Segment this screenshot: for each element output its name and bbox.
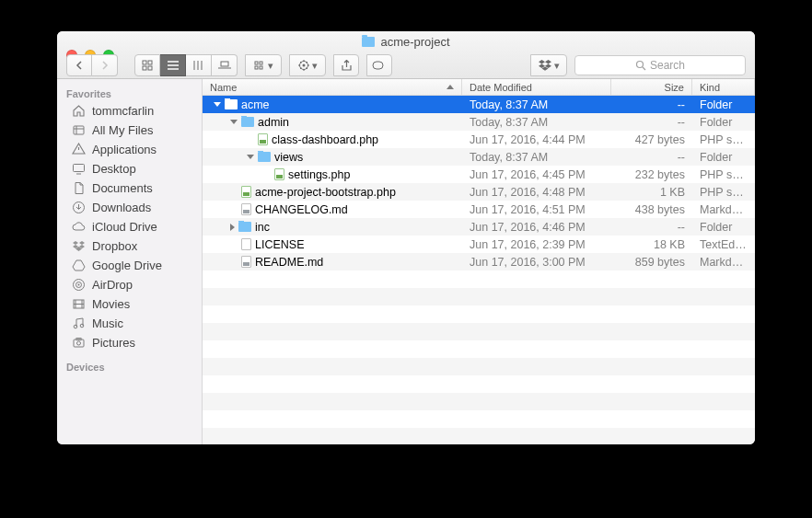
sidebar-item-desktop[interactable]: Desktop (57, 159, 202, 178)
file-date: Today, 8:37 AM (462, 151, 611, 164)
sidebar-item-label: tommcfarlin (92, 104, 154, 118)
file-kind: PHP sou… (692, 168, 755, 181)
file-date: Jun 17, 2016, 4:48 PM (462, 186, 611, 199)
disclosure-right-icon[interactable] (230, 224, 235, 231)
apps-icon (72, 143, 86, 156)
sort-ascending-icon (447, 85, 454, 89)
folder-icon (241, 117, 254, 127)
share-button[interactable] (333, 54, 359, 76)
column-date[interactable]: Date Modified (462, 79, 611, 95)
empty-row (203, 358, 755, 375)
file-date: Jun 17, 2016, 4:45 PM (462, 168, 611, 181)
sidebar-item-music[interactable]: Music (57, 314, 202, 333)
empty-row (203, 323, 755, 340)
dropbox-menu[interactable]: ▾ (530, 54, 567, 76)
file-row[interactable]: LICENSEJun 17, 2016, 2:39 PM18 KBTextEd… (203, 236, 755, 253)
sidebar-item-pictures[interactable]: Pictures (57, 333, 202, 352)
view-switcher (134, 54, 238, 76)
file-name: acme-project-bootstrap.php (255, 186, 396, 199)
file-size: 1 KB (611, 186, 692, 199)
dropbox-icon (72, 239, 86, 253)
svg-rect-7 (260, 62, 262, 64)
sidebar-item-label: Downloads (92, 201, 151, 214)
php-file-icon (241, 186, 251, 198)
music-icon (72, 317, 86, 330)
disclosure-down-icon[interactable] (214, 102, 221, 107)
folder-icon (238, 222, 251, 232)
svg-rect-11 (373, 62, 383, 69)
search-field[interactable]: Search (574, 55, 746, 75)
list-view-button[interactable] (160, 54, 186, 76)
nav-buttons (66, 54, 118, 76)
sidebar-item-all-my-files[interactable]: All My Files (57, 121, 202, 140)
empty-row (203, 428, 755, 444)
file-size: 18 KB (611, 238, 692, 251)
markdown-file-icon (241, 203, 251, 215)
docs-icon (72, 181, 86, 195)
file-row[interactable]: acmeToday, 8:37 AM--Folder (203, 96, 755, 113)
file-size: 438 bytes (611, 203, 692, 216)
file-row[interactable]: class-dashboard.phpJun 17, 2016, 4:44 PM… (203, 131, 755, 148)
empty-row (203, 305, 755, 323)
file-row[interactable]: acme-project-bootstrap.phpJun 17, 2016, … (203, 183, 755, 201)
file-row[interactable]: settings.phpJun 17, 2016, 4:45 PM232 byt… (203, 166, 755, 183)
arrange-menu[interactable]: ▾ (245, 54, 282, 76)
sidebar-item-tommcfarlin[interactable]: tommcfarlin (57, 101, 202, 121)
column-name[interactable]: Name (203, 79, 462, 95)
window-title-text: acme-project (380, 35, 449, 49)
sidebar-item-label: Google Drive (92, 259, 162, 272)
file-date: Today, 8:37 AM (462, 98, 611, 111)
sidebar-item-label: All My Files (92, 123, 153, 137)
sidebar-item-movies[interactable]: Movies (57, 294, 202, 314)
airdrop-icon (72, 278, 86, 292)
back-button[interactable] (66, 54, 92, 76)
coverflow-view-button[interactable] (212, 54, 238, 76)
empty-row (203, 340, 755, 358)
svg-rect-14 (74, 165, 85, 172)
file-date: Jun 17, 2016, 4:44 PM (462, 133, 611, 146)
column-size[interactable]: Size (611, 79, 692, 95)
file-name: admin (258, 116, 289, 129)
empty-row (203, 375, 755, 393)
svg-rect-6 (255, 66, 258, 69)
file-size: 427 bytes (611, 133, 692, 146)
gdrive-icon (72, 259, 86, 272)
sidebar-item-documents[interactable]: Documents (57, 178, 202, 198)
forward-button[interactable] (92, 54, 118, 76)
svg-rect-2 (143, 66, 146, 70)
sidebar-item-icloud-drive[interactable]: iCloud Drive (57, 217, 202, 236)
column-kind[interactable]: Kind (692, 79, 755, 95)
sidebar: Favorites tommcfarlinAll My FilesApplica… (57, 79, 203, 444)
file-name: acme (241, 98, 270, 111)
svg-rect-22 (74, 340, 84, 347)
tags-button[interactable] (366, 54, 392, 76)
pictures-icon (72, 336, 86, 350)
column-view-button[interactable] (186, 54, 212, 76)
file-name: views (274, 151, 303, 164)
file-row[interactable]: CHANGELOG.mdJun 17, 2016, 4:51 PM438 byt… (203, 201, 755, 218)
sidebar-item-google-drive[interactable]: Google Drive (57, 256, 202, 275)
sidebar-item-airdrop[interactable]: AirDrop (57, 275, 202, 294)
svg-point-23 (77, 341, 81, 345)
svg-rect-5 (255, 62, 258, 64)
file-row[interactable]: adminToday, 8:37 AM--Folder (203, 113, 755, 131)
disclosure-down-icon[interactable] (230, 120, 238, 124)
sidebar-item-applications[interactable]: Applications (57, 140, 202, 159)
sidebar-item-dropbox[interactable]: Dropbox (57, 236, 202, 256)
disclosure-down-icon[interactable] (247, 155, 254, 159)
file-row[interactable]: incJun 17, 2016, 4:46 PM--Folder (203, 218, 755, 236)
icon-view-button[interactable] (134, 54, 160, 76)
allfiles-icon (72, 123, 86, 137)
sidebar-item-downloads[interactable]: Downloads (57, 198, 202, 217)
file-kind: Folder (692, 116, 755, 129)
file-size: 232 bytes (611, 168, 692, 181)
file-row[interactable]: viewsToday, 8:37 AM--Folder (203, 148, 755, 166)
file-row[interactable]: README.mdJun 17, 2016, 3:00 PM859 bytesM… (203, 253, 755, 271)
file-listing: Name Date Modified Size Kind acmeToday, … (203, 79, 755, 444)
action-menu[interactable]: ▾ (289, 54, 326, 76)
empty-row (203, 410, 755, 428)
file-kind: TextEd… (692, 238, 755, 251)
sidebar-section-favorites: Favorites (57, 85, 202, 101)
folder-icon (225, 99, 238, 109)
file-name: README.md (255, 256, 323, 269)
